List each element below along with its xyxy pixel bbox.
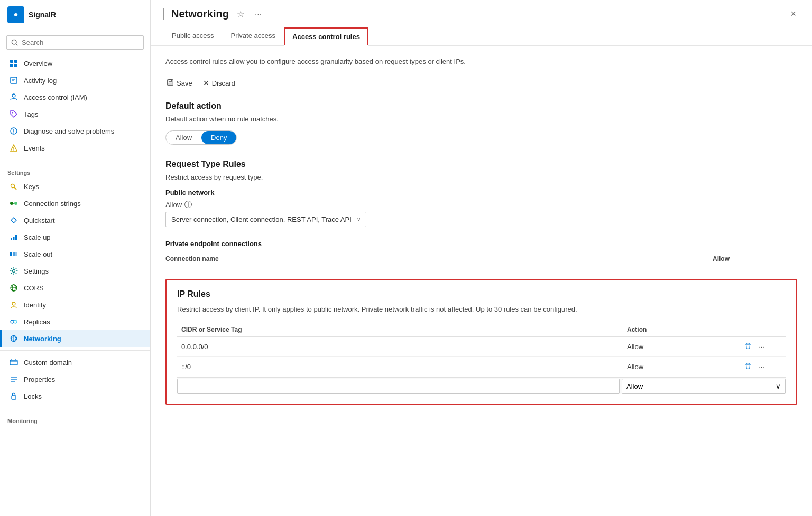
sidebar-item-iam[interactable]: Access control (IAM) [0,89,150,106]
ip-rule-row: ::/0 Allow ··· [177,357,786,377]
more-rule-button[interactable]: ··· [756,362,768,372]
default-action-toggle: Allow Deny [165,130,237,145]
default-action-title: Default action [165,101,797,111]
svg-point-30 [12,302,15,305]
save-label: Save [177,79,192,87]
svg-point-18 [10,202,13,205]
sidebar-header: SignalR [0,0,150,30]
svg-point-12 [12,112,13,114]
sidebar-item-identity[interactable]: Identity [0,296,150,313]
new-cidr-input[interactable] [177,379,620,394]
sidebar-item-connection-strings[interactable]: Connection strings [0,195,150,212]
svg-rect-7 [14,64,17,67]
search-icon [11,39,19,46]
sidebar-item-scale-up[interactable]: Scale up [0,229,150,246]
svg-rect-42 [12,396,16,399]
sidebar-item-settings[interactable]: Settings [0,262,150,279]
save-button[interactable]: Save [165,77,193,90]
sidebar-item-label: Quickstart [24,217,55,224]
sidebar-item-tags[interactable]: Tags [0,106,150,123]
tabs-row: Public access Private access Access cont… [151,26,812,46]
diagnose-icon [9,126,19,136]
col-cidr-header: CIDR or Service Tag [177,326,627,333]
keys-icon [9,182,19,191]
cidr-value: 0.0.0.0/0 [177,343,627,351]
sidebar-item-label: Settings [24,267,49,275]
cors-icon [9,283,19,293]
col-action-header: Action [627,326,743,333]
sidebar-item-activity-log[interactable]: Activity log [0,72,150,89]
cidr-value: ::/0 [177,363,627,371]
sidebar-item-custom-domain[interactable]: Custom domain [0,354,150,371]
monitoring-section-label: Monitoring [0,411,150,426]
tab-public-access[interactable]: Public access [163,26,222,46]
delete-rule-button[interactable] [743,341,753,352]
search-box[interactable] [6,35,144,50]
tab-access-control-rules[interactable]: Access control rules [284,27,368,46]
sidebar-item-keys[interactable]: Keys [0,178,150,195]
new-action-value: Allow [626,382,643,390]
sidebar-item-label: Networking [24,335,61,343]
quickstart-icon [9,215,19,225]
connection-types-dropdown[interactable]: Server connection, Client connection, RE… [165,212,366,227]
svg-rect-25 [15,252,17,256]
page-description: Access control rules allow you to config… [165,57,797,67]
sidebar-item-quickstart[interactable]: Quickstart [0,212,150,229]
sidebar-item-label: Scale up [24,233,51,241]
favorite-button[interactable]: ☆ [234,8,247,20]
sidebar-item-label: Custom domain [24,359,72,367]
more-options-button[interactable]: ··· [252,8,264,20]
deny-toggle-btn[interactable]: Deny [201,131,236,144]
svg-rect-24 [13,252,15,256]
row-actions: ··· [743,341,786,352]
sidebar-item-label: CORS [24,284,44,292]
svg-point-31 [11,320,14,323]
public-network-label: Public network [165,189,797,196]
sidebar-item-locks[interactable]: Locks [0,388,150,405]
more-rule-button[interactable]: ··· [756,342,768,352]
svg-rect-46 [746,343,749,344]
sidebar-item-label: Diagnose and solve problems [24,127,114,135]
allow-toggle-btn[interactable]: Allow [166,131,201,144]
table-header: Connection name Allow [165,252,797,266]
svg-point-2 [12,40,16,44]
sidebar-item-networking[interactable]: Networking [0,330,150,347]
action-value: Allow [627,363,743,371]
discard-label: Discard [212,79,235,87]
action-value: Allow [627,343,743,351]
sidebar-item-events[interactable]: Events [0,139,150,156]
ip-new-row: Allow ∨ [177,377,786,394]
sidebar-item-scale-out[interactable]: Scale out [0,246,150,262]
locks-icon [9,391,19,401]
activity-log-icon [9,76,19,85]
new-action-dropdown[interactable]: Allow ∨ [622,379,786,394]
sidebar-item-replicas[interactable]: Replicas [0,313,150,330]
info-icon[interactable]: i [184,201,192,208]
ip-rules-section: IP Rules Restrict access by client IP. I… [165,279,797,405]
sidebar-item-diagnose[interactable]: Diagnose and solve problems [0,123,150,139]
sidebar-item-overview[interactable]: Overview [0,55,150,72]
sidebar-item-cors[interactable]: CORS [0,279,150,296]
tab-private-access[interactable]: Private access [222,26,284,46]
networking-icon [9,334,19,343]
toolbar: Save ✕ Discard [165,77,797,90]
sidebar-item-label: Replicas [24,318,50,326]
dropdown-arrow-icon: ∨ [357,217,361,222]
request-type-title: Request Type Rules [165,160,797,169]
iam-icon [9,92,19,102]
svg-point-32 [14,320,17,323]
close-button[interactable]: × [787,7,799,21]
app-name: SignalR [29,11,56,19]
scale-up-icon [9,232,19,242]
sidebar-item-label: Tags [24,110,38,118]
svg-rect-6 [10,64,13,67]
sidebar-item-properties[interactable]: Properties [0,371,150,388]
discard-button[interactable]: ✕ Discard [202,77,236,89]
page-title: Networking [171,8,229,20]
new-action-arrow-icon: ∨ [776,382,781,390]
search-input[interactable] [22,39,139,46]
settings-section-label: Settings [0,163,150,178]
replicas-icon [9,317,19,326]
delete-rule-button[interactable] [743,361,753,372]
private-endpoints-label: Private endpoint connections [165,240,797,248]
